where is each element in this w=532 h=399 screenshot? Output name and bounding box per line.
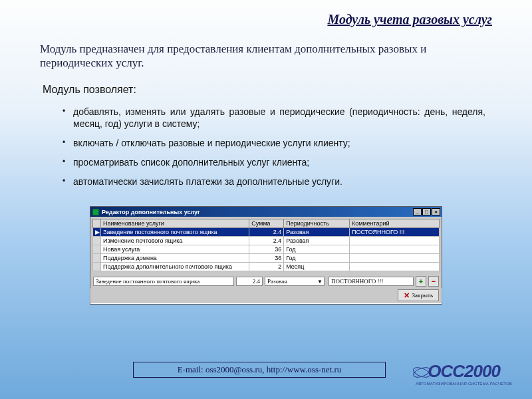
cell-sum: 2 [249,263,284,271]
row-marker-header [93,219,101,228]
cell-name: Поддержка дополнительного почтового ящик… [101,263,249,271]
col-comment[interactable]: Комментарий [349,219,439,228]
maximize-button[interactable]: □ [422,208,431,215]
detail-comment-input[interactable] [329,277,414,286]
cell-sum: 36 [249,245,284,254]
col-period[interactable]: Периодичность [284,219,350,228]
table-row[interactable]: Поддержка дополнительного почтового ящик… [93,263,440,271]
list-item: просматривать список дополнительных услу… [64,153,485,172]
cell-comment [349,254,439,263]
cell-name: Поддержка домена [101,254,249,263]
window-title: Редактор дополнительных услуг [102,209,200,215]
page-title: Модуль учета разовых услуг [0,0,532,27]
cell-period: Разовая [284,237,350,245]
cell-sum: 2.4 [249,228,284,237]
dropdown-icon[interactable]: ▼ [317,279,323,285]
lead-text: Модуль предназначен для предоставления к… [0,27,532,70]
cell-comment [349,245,439,254]
titlebar[interactable]: Редактор дополнительных услуг _ □ × [90,207,442,217]
cell-comment [349,237,439,245]
list-item: добавлять, изменять или удалять разовые … [64,102,485,134]
detail-period-input[interactable] [265,277,325,286]
cell-period: Год [284,254,350,263]
add-button[interactable]: + [416,276,426,287]
table-row[interactable]: Новая услуга 36 Год [93,245,440,254]
detail-panel: ▼ + − [90,273,442,288]
minimize-button[interactable]: _ [413,208,422,215]
list-item: включать / отключать разовые и периодиче… [64,134,485,153]
footer-contact: E-mail: oss2000@oss.ru, http://www.oss-n… [133,362,386,378]
table-row[interactable]: ▶ Заведение постоянного почтового ящика … [93,228,440,237]
remove-button[interactable]: − [428,276,439,287]
close-icon: ✕ [404,291,410,300]
close-button-label: Закрыть [412,292,433,299]
detail-name-input[interactable] [93,277,234,286]
cell-name: Новая услуга [101,245,249,254]
list-item: автоматически зачислять платежи за допол… [64,172,485,192]
editor-window: Редактор дополнительных услуг _ □ × Наим… [90,206,442,305]
feature-list: добавлять, изменять или удалять разовые … [0,96,532,192]
services-table[interactable]: Наименование услуги Сумма Периодичность … [92,219,440,271]
table-row[interactable]: Изменение почтового ящика 2.4 Разовая [93,237,440,245]
cell-name: Изменение почтового ящика [101,237,249,245]
cell-period: Разовая [284,228,350,237]
logo-swoosh-icon [412,362,432,382]
cell-sum: 36 [249,254,284,263]
table-row[interactable]: Поддержка домена 36 Год [93,254,440,263]
cell-name: Заведение постоянного почтового ящика [101,228,249,237]
close-window-button[interactable]: × [432,208,440,215]
brand-logo: OCC2000 АВТОМАТИЗИРОВАННАЯ СИСТЕМА РАСЧЕ… [416,361,512,386]
col-name[interactable]: Наименование услуги [101,219,249,228]
close-button[interactable]: ✕ Закрыть [398,289,439,301]
cell-comment [349,263,439,271]
row-marker-icon: ▶ [93,228,101,237]
cell-comment: ПОСТОЯННОГО !!! [349,228,439,237]
cell-sum: 2.4 [249,237,284,245]
cell-period: Месяц [284,263,350,271]
detail-sum-input[interactable] [236,277,263,286]
app-icon [92,209,99,215]
cell-period: Год [284,245,350,254]
col-sum[interactable]: Сумма [249,219,284,228]
allow-label: Модуль позволяет: [0,70,532,96]
